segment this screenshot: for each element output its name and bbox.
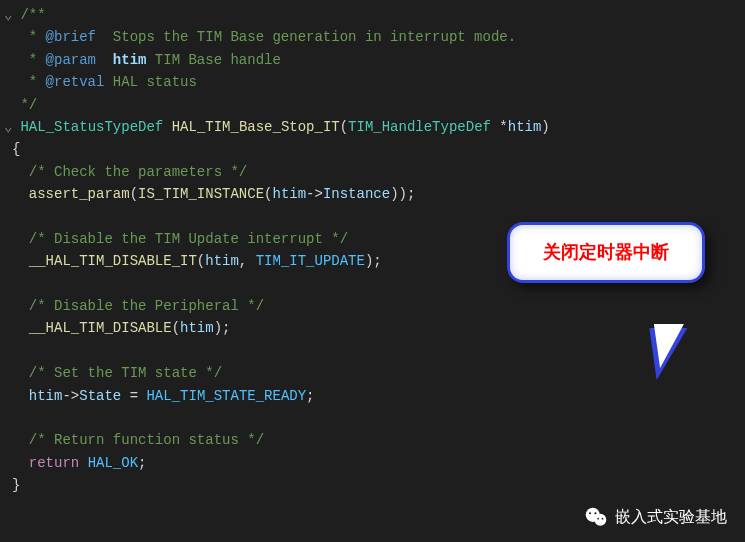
svg-point-5 bbox=[602, 518, 604, 520]
fold-caret-icon[interactable]: ⌄ bbox=[4, 119, 12, 135]
comment-set-state: /* Set the TIM state */ bbox=[12, 362, 745, 384]
doc-brief-line: * @brief Stops the TIM Base generation i… bbox=[12, 26, 745, 48]
fold-caret-icon[interactable]: ⌄ bbox=[4, 7, 12, 23]
set-state-line: htim->State = HAL_TIM_STATE_READY; bbox=[12, 385, 745, 407]
svg-point-1 bbox=[594, 514, 606, 526]
function-signature: ⌄HAL_StatusTypeDef HAL_TIM_Base_Stop_IT(… bbox=[12, 116, 745, 138]
assert-param-call: assert_param(IS_TIM_INSTANCE(htim->Insta… bbox=[12, 183, 745, 205]
wechat-icon bbox=[583, 504, 609, 530]
svg-point-4 bbox=[597, 518, 599, 520]
watermark-text: 嵌入式实验基地 bbox=[615, 504, 727, 530]
brace-close: } bbox=[12, 474, 745, 496]
doc-open-line: ⌄/** bbox=[12, 4, 745, 26]
svg-point-2 bbox=[589, 512, 591, 514]
comment-return: /* Return function status */ bbox=[12, 429, 745, 451]
annotation-callout: 关闭定时器中断 bbox=[507, 222, 705, 283]
comment-disable-peripheral: /* Disable the Peripheral */ bbox=[12, 295, 745, 317]
watermark: 嵌入式实验基地 bbox=[583, 504, 727, 530]
brace-open: { bbox=[12, 138, 745, 160]
blank-line bbox=[12, 340, 745, 362]
return-line: return HAL_OK; bbox=[12, 452, 745, 474]
blank-line bbox=[12, 407, 745, 429]
disable-call: __HAL_TIM_DISABLE(htim); bbox=[12, 317, 745, 339]
callout-text: 关闭定时器中断 bbox=[520, 239, 692, 266]
doc-param-line: * @param htim TIM Base handle bbox=[12, 49, 745, 71]
svg-point-3 bbox=[594, 512, 596, 514]
doc-retval-line: * @retval HAL status bbox=[12, 71, 745, 93]
comment-check-params: /* Check the parameters */ bbox=[12, 161, 745, 183]
doc-close-line: */ bbox=[12, 94, 745, 116]
